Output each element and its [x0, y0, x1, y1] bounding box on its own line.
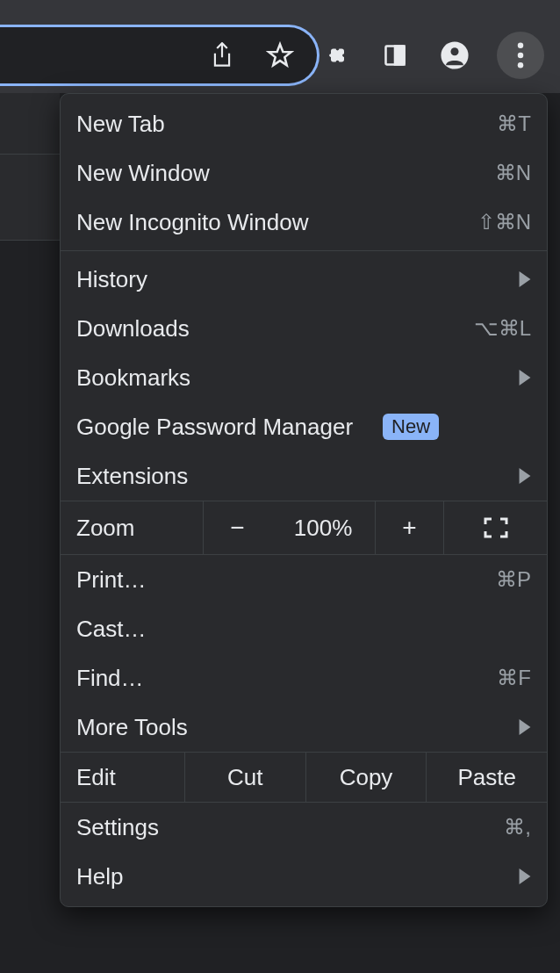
- fullscreen-button[interactable]: [443, 501, 547, 555]
- copy-button[interactable]: Copy: [305, 753, 427, 802]
- menu-new-incognito[interactable]: New Incognito Window ⇧⌘N: [61, 198, 547, 247]
- puzzle-icon[interactable]: [318, 38, 353, 73]
- menu-label: Print…: [76, 566, 146, 594]
- menu-label: Settings: [76, 814, 159, 841]
- page-content-strip-3: [0, 241, 60, 973]
- menu-extensions[interactable]: Extensions: [61, 451, 547, 501]
- toolbar-actions: [318, 25, 544, 86]
- svg-point-3: [450, 47, 458, 55]
- menu-label: Find…: [76, 665, 144, 692]
- new-badge: New: [383, 414, 439, 440]
- cut-button[interactable]: Cut: [184, 753, 305, 802]
- menu-settings[interactable]: Settings ⌘,: [61, 803, 547, 852]
- panel-icon[interactable]: [377, 38, 413, 73]
- menu-print[interactable]: Print… ⌘P: [61, 555, 547, 604]
- menu-edit-row: Edit Cut Copy Paste: [61, 752, 547, 803]
- zoom-label: Zoom: [61, 501, 203, 555]
- menu-label-wrap: Google Password Manager New: [76, 414, 439, 441]
- menu-downloads[interactable]: Downloads ⌥⌘L: [61, 304, 547, 353]
- more-vertical-icon[interactable]: [497, 32, 544, 79]
- menu-shortcut: ⌘,: [504, 815, 531, 840]
- chevron-right-icon: [519, 271, 531, 287]
- chevron-right-icon: [519, 868, 531, 884]
- menu-label: Google Password Manager: [76, 414, 353, 441]
- page-content-strip-2: [0, 155, 60, 241]
- chrome-menu: New Tab ⌘T New Window ⌘N New Incognito W…: [60, 93, 548, 907]
- svg-point-4: [518, 43, 524, 49]
- menu-label: Bookmarks: [76, 364, 190, 392]
- menu-label: New Tab: [76, 111, 165, 138]
- menu-label: Extensions: [76, 463, 188, 490]
- menu-new-window[interactable]: New Window ⌘N: [61, 148, 547, 198]
- menu-shortcut: ⌥⌘L: [474, 316, 531, 341]
- chevron-right-icon: [519, 468, 531, 484]
- menu-help[interactable]: Help: [61, 852, 547, 901]
- svg-point-5: [518, 53, 524, 59]
- menu-divider: [61, 250, 547, 251]
- menu-password-manager[interactable]: Google Password Manager New: [61, 402, 547, 451]
- share-icon[interactable]: [205, 38, 240, 73]
- svg-point-6: [518, 62, 524, 68]
- menu-new-tab[interactable]: New Tab ⌘T: [61, 99, 547, 148]
- menu-shortcut: ⌘N: [495, 161, 531, 185]
- edit-label: Edit: [61, 753, 184, 802]
- zoom-out-button[interactable]: −: [203, 501, 271, 555]
- zoom-in-button[interactable]: +: [375, 501, 443, 555]
- menu-shortcut: ⇧⌘N: [477, 210, 531, 234]
- menu-cast[interactable]: Cast…: [61, 604, 547, 653]
- menu-label: Help: [76, 863, 123, 890]
- zoom-value: 100%: [271, 501, 375, 555]
- menu-label: New Incognito Window: [76, 209, 308, 236]
- menu-find[interactable]: Find… ⌘F: [61, 653, 547, 703]
- menu-shortcut: ⌘T: [497, 112, 531, 136]
- chevron-right-icon: [519, 370, 531, 386]
- star-icon[interactable]: [262, 38, 298, 73]
- menu-label: New Window: [76, 160, 210, 187]
- omnibox[interactable]: [0, 25, 319, 86]
- menu-label: History: [76, 266, 147, 293]
- profile-icon[interactable]: [437, 38, 472, 73]
- svg-rect-1: [395, 47, 405, 65]
- menu-shortcut: ⌘F: [497, 666, 531, 690]
- browser-toolbar: [0, 0, 560, 93]
- menu-more-tools[interactable]: More Tools: [61, 703, 547, 752]
- menu-bookmarks[interactable]: Bookmarks: [61, 353, 547, 402]
- page-content-strip-1: [0, 93, 60, 155]
- paste-button[interactable]: Paste: [426, 753, 547, 802]
- menu-shortcut: ⌘P: [496, 567, 531, 592]
- menu-zoom-row: Zoom − 100% +: [61, 501, 547, 555]
- chevron-right-icon: [519, 719, 531, 735]
- menu-label: Downloads: [76, 315, 190, 342]
- menu-label: More Tools: [76, 714, 188, 741]
- menu-label: Cast…: [76, 616, 146, 643]
- menu-history[interactable]: History: [61, 255, 547, 304]
